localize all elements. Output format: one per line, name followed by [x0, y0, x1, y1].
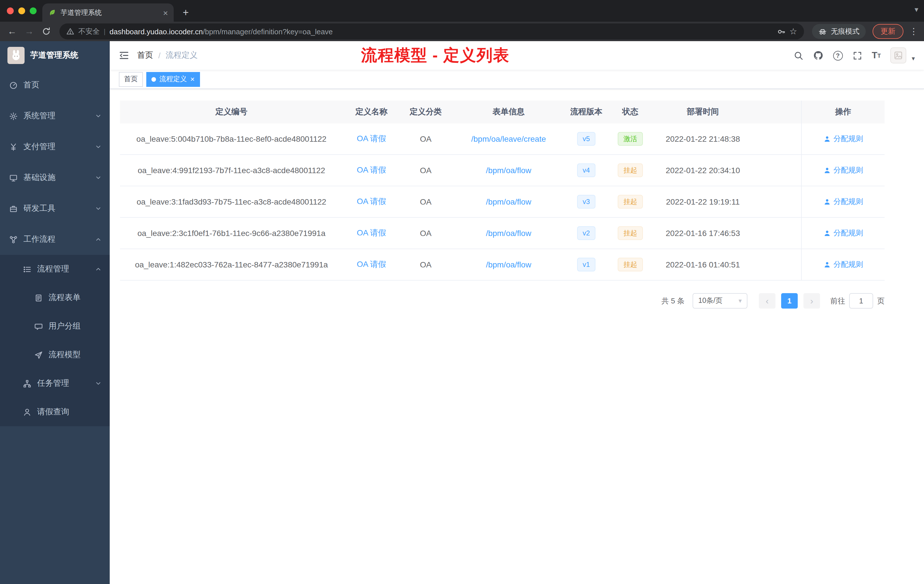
browser-menu-icon[interactable]: ⋮: [908, 26, 919, 36]
goto-page-input[interactable]: [849, 293, 873, 308]
forward-button[interactable]: →: [22, 24, 36, 39]
app-logo-avatar: [7, 47, 25, 64]
definition-name-link[interactable]: OA 请假: [357, 196, 386, 207]
reload-button[interactable]: [39, 24, 54, 39]
avatar-caret-down-icon[interactable]: ▾: [912, 55, 915, 63]
col-header: 定义名称: [343, 101, 400, 124]
sidebar-item-user-group[interactable]: 用户分组: [0, 312, 110, 341]
sidebar-item-label: 流程表单: [49, 292, 81, 303]
sidebar-item-task-management[interactable]: 任务管理: [0, 369, 110, 398]
sidebar-item-process-management[interactable]: 流程管理: [0, 255, 110, 284]
address-bar[interactable]: 不安全 | dashboard.yudao.iocoder.cn/bpm/man…: [59, 23, 804, 40]
cell-category: OA: [400, 249, 451, 280]
sidebar-item-devtools[interactable]: 研发工具: [0, 193, 110, 224]
assign-rule-label: 分配规则: [833, 196, 863, 207]
definition-name-link[interactable]: OA 请假: [357, 228, 386, 238]
chevron-down-icon: ▾: [739, 297, 742, 305]
sidebar-item-home[interactable]: 首页: [0, 70, 110, 101]
page-size-select[interactable]: 10条/页 ▾: [693, 293, 747, 308]
url-path: /bpm/manager/definition?key=oa_leave: [203, 27, 333, 36]
password-key-icon[interactable]: [777, 27, 785, 36]
sidebar-item-infrastructure[interactable]: 基础设施: [0, 162, 110, 193]
sidebar-item-label: 工作流程: [23, 234, 55, 244]
cell-definition-id: oa_leave:4:991f2193-7b7f-11ec-a3c8-acde4…: [120, 155, 343, 186]
definition-name-link[interactable]: OA 请假: [357, 165, 386, 175]
search-icon[interactable]: [794, 51, 803, 60]
cell-deploy-time: 2022-01-22 20:34:10: [654, 155, 752, 186]
sidebar-collapse-icon[interactable]: [119, 50, 129, 61]
col-header: 定义分类: [400, 101, 451, 124]
assign-rule-button[interactable]: 分配规则: [823, 228, 863, 238]
close-window-button[interactable]: [7, 7, 14, 14]
assign-rule-button[interactable]: 分配规则: [823, 196, 863, 207]
tag-home[interactable]: 首页: [119, 72, 143, 87]
new-tab-button[interactable]: +: [178, 5, 193, 20]
tag-close-icon[interactable]: ×: [190, 76, 195, 83]
font-size-icon[interactable]: TT: [872, 50, 881, 61]
table-row: oa_leave:2:3c1f0ef1-76b1-11ec-9c66-a2380…: [120, 218, 884, 249]
sidebar-item-system[interactable]: 系统管理: [0, 101, 110, 132]
total-count: 共 5 条: [662, 296, 685, 306]
sidebar-logo[interactable]: 芋道管理系统: [0, 41, 110, 70]
version-badge: v5: [577, 132, 596, 146]
col-header: 表单信息: [451, 101, 566, 124]
page-number-1[interactable]: 1: [781, 293, 798, 308]
cell-category: OA: [400, 124, 451, 154]
sidebar-item-label: 用户分组: [49, 321, 81, 332]
url-domain: dashboard.yudao.iocoder.cn: [109, 27, 203, 36]
security-label[interactable]: 不安全: [78, 26, 100, 36]
tab-close-icon[interactable]: ×: [163, 8, 168, 17]
prev-page-button[interactable]: ‹: [759, 293, 776, 308]
fullscreen-icon[interactable]: [852, 51, 862, 60]
assign-rule-button[interactable]: 分配规则: [823, 134, 863, 144]
breadcrumb-current: 流程定义: [166, 50, 198, 61]
form-link[interactable]: /bpm/oa/flow: [486, 260, 531, 269]
assign-rule-button[interactable]: 分配规则: [823, 259, 863, 270]
browser-tab[interactable]: 芋道管理系统 ×: [42, 3, 174, 22]
tab-search-chevron-icon[interactable]: ▾: [914, 5, 918, 14]
sidebar-item-leave-query[interactable]: 请假查询: [0, 398, 110, 426]
form-link[interactable]: /bpm/oa/leave/create: [471, 134, 546, 144]
status-badge: 挂起: [618, 163, 643, 177]
assign-rule-button[interactable]: 分配规则: [823, 165, 863, 175]
chevron-down-icon: [95, 174, 102, 181]
sidebar-item-process-model[interactable]: 流程模型: [0, 341, 110, 369]
maximize-window-button[interactable]: [30, 7, 36, 14]
definition-name-link[interactable]: OA 请假: [357, 134, 386, 144]
form-link[interactable]: /bpm/oa/flow: [486, 166, 531, 175]
tag-process-definition[interactable]: 流程定义 ×: [146, 72, 200, 87]
browser-window: 芋道管理系统 × + ▾ ← → 不安全 | dashboard.yudao.i…: [0, 0, 924, 584]
github-icon[interactable]: [813, 50, 823, 61]
help-icon[interactable]: ?: [833, 51, 843, 60]
cell-filler: [752, 155, 801, 186]
sidebar-item-workflow[interactable]: 工作流程: [0, 224, 110, 255]
form-icon: [34, 294, 43, 302]
dashboard-icon: [9, 81, 18, 89]
not-secure-warning-icon[interactable]: [66, 27, 74, 35]
sidebar-item-label: 系统管理: [23, 111, 55, 121]
form-link[interactable]: /bpm/oa/flow: [486, 229, 531, 238]
form-link[interactable]: /bpm/oa/flow: [486, 197, 531, 206]
workflow-submenu: 流程管理 流程表单 用户分组: [0, 255, 110, 426]
sidebar-item-process-form[interactable]: 流程表单: [0, 284, 110, 312]
bookmark-star-icon[interactable]: ☆: [789, 26, 797, 36]
definition-name-link[interactable]: OA 请假: [357, 259, 386, 270]
sidebar-item-payment[interactable]: 支付管理: [0, 132, 110, 162]
window-controls: [7, 0, 36, 22]
user-avatar[interactable]: [891, 48, 907, 63]
breadcrumb-home[interactable]: 首页: [137, 50, 153, 61]
table-row: oa_leave:3:1fad3d93-7b75-11ec-a3c8-acde4…: [120, 186, 884, 218]
chrome-update-button[interactable]: 更新: [873, 24, 903, 39]
browser-toolbar: ← → 不安全 | dashboard.yudao.iocoder.cn/bpm…: [0, 22, 924, 41]
back-button[interactable]: ←: [5, 24, 20, 39]
assign-rule-label: 分配规则: [833, 228, 863, 238]
tab-title: 芋道管理系统: [61, 8, 158, 17]
url-text[interactable]: dashboard.yudao.iocoder.cn/bpm/manager/d…: [109, 27, 773, 36]
next-page-button[interactable]: ›: [804, 293, 820, 308]
page-content: 定义编号 定义名称 定义分类 表单信息 流程版本 状态 部署时间 操作 oa_l…: [110, 89, 924, 584]
incognito-icon: [818, 27, 827, 36]
chevron-down-icon: [95, 380, 102, 387]
tag-label: 流程定义: [159, 74, 187, 84]
minimize-window-button[interactable]: [18, 7, 25, 14]
page-size-value: 10条/页: [698, 296, 723, 306]
